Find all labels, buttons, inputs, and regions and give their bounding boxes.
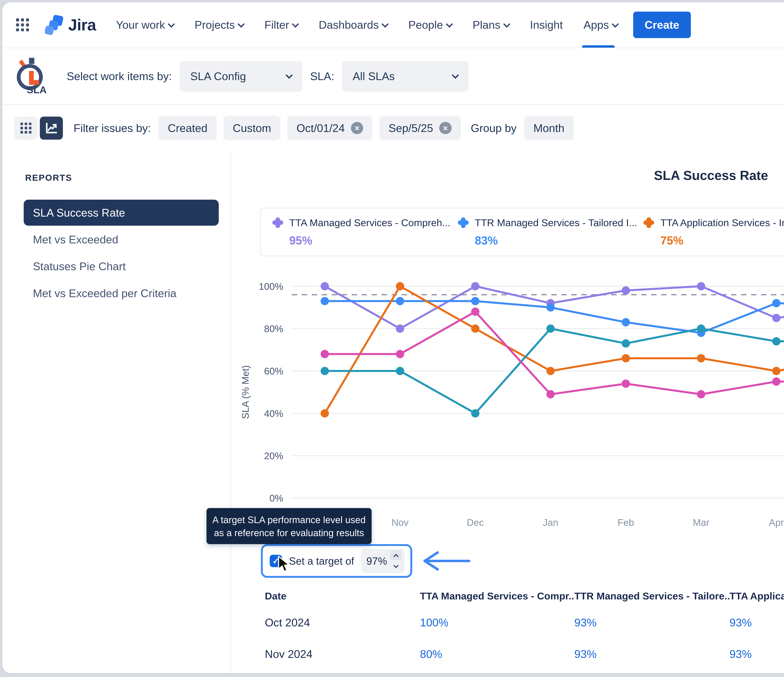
legend-marker-icon xyxy=(458,217,469,228)
spinner-down-button[interactable] xyxy=(390,562,401,572)
nav-item-plans[interactable]: Plans xyxy=(473,2,509,48)
nav-item-label: Plans xyxy=(473,19,501,31)
sidebar-item-met-vs-exceeded[interactable]: Met vs Exceeded xyxy=(24,227,219,253)
nav-item-insight[interactable]: Insight xyxy=(530,2,563,48)
filter-chip-oct-01-24[interactable]: Oct/01/24× xyxy=(287,116,372,140)
svg-text:40%: 40% xyxy=(264,408,283,419)
table-value-cell[interactable]: 93% xyxy=(730,648,784,660)
legend-item-1[interactable]: TTR Managed Services - Tailored I...83% xyxy=(458,217,642,247)
chip-label: Oct/01/24 xyxy=(297,122,345,135)
nav-item-projects[interactable]: Projects xyxy=(194,2,244,48)
svg-text:Apr: Apr xyxy=(769,517,784,528)
tooltip-line-2: as a reference for evaluating results xyxy=(207,526,372,539)
nav-item-label: Filter xyxy=(264,19,289,31)
nav-item-label: People xyxy=(408,19,443,31)
table-value-cell[interactable]: 93% xyxy=(574,616,730,629)
legend-entry: TTR Managed Services - Tailored I... xyxy=(458,217,642,228)
sla-success-rate-chart: SLA (% Met)0%20%40%60%80%100%97%OctNovDe… xyxy=(236,275,784,534)
chip-label: Sep/5/25 xyxy=(389,122,433,135)
chip-remove-icon[interactable]: × xyxy=(351,122,363,134)
top-navigation: Jira Your workProjectsFilterDashboardsPe… xyxy=(2,2,784,48)
chevron-down-icon xyxy=(286,71,293,79)
table-row: Oct 2024100%93%93%40%60% xyxy=(265,616,784,629)
svg-text:80%: 80% xyxy=(264,323,283,334)
sidebar-item-sla-success-rate[interactable]: SLA Success Rate xyxy=(24,200,219,226)
filter-chip-sep-5-25[interactable]: Sep/5/25× xyxy=(379,116,461,140)
legend-label: TTA Application Services - Innova... xyxy=(660,217,784,228)
table-header-cell: TTA Application Services - Inno... xyxy=(730,590,784,602)
sla-label: SLA: xyxy=(310,70,334,82)
line-chart-icon xyxy=(45,121,58,135)
svg-text:Feb: Feb xyxy=(618,517,634,528)
nav-item-label: Apps xyxy=(583,19,609,31)
table-value-cell[interactable]: 100% xyxy=(420,616,574,629)
nav-item-your-work[interactable]: Your work xyxy=(116,2,174,48)
jira-wordmark: Jira xyxy=(68,16,96,34)
chevron-down-icon xyxy=(292,20,299,28)
nav-item-dashboards[interactable]: Dashboards xyxy=(319,2,387,48)
filter-bar: Filter issues by: CreatedCustomOct/01/24… xyxy=(2,105,784,151)
legend-label: TTA Managed Services - Compreh... xyxy=(289,217,451,228)
nav-item-filter[interactable]: Filter xyxy=(264,2,298,48)
set-target-label: Set a target of xyxy=(289,555,354,567)
chevron-down-icon xyxy=(238,20,245,28)
nav-item-people[interactable]: People xyxy=(408,2,452,48)
jira-logo-icon xyxy=(44,15,64,35)
table-date-cell: Oct 2024 xyxy=(265,616,420,629)
table-value-cell[interactable]: 93% xyxy=(730,616,784,629)
table-value-cell[interactable]: 80% xyxy=(420,648,574,660)
nav-item-label: Insight xyxy=(530,19,563,31)
svg-text:20%: 20% xyxy=(264,450,283,461)
legend-label: TTR Managed Services - Tailored I... xyxy=(475,217,637,228)
chevron-down-icon xyxy=(612,20,619,28)
grid-view-toggle[interactable] xyxy=(14,116,37,140)
legend-item-0[interactable]: TTA Managed Services - Compreh...95% xyxy=(272,217,457,247)
reports-heading: REPORTS xyxy=(25,172,230,183)
grid-icon xyxy=(20,123,31,134)
legend-entry: TTA Application Services - Innova... xyxy=(644,217,784,228)
table-date-cell: Nov 2024 xyxy=(265,648,420,660)
select-work-items-label: Select work items by: xyxy=(67,70,172,82)
table-header-cell: TTA Managed Services - Compr... xyxy=(420,590,574,602)
nav-item-label: Projects xyxy=(194,19,235,31)
target-value-spinner[interactable]: 97% xyxy=(361,549,405,573)
chip-label: Custom xyxy=(233,122,271,135)
legend-avg-value: 75% xyxy=(660,234,784,247)
nav-item-apps[interactable]: Apps xyxy=(583,2,618,48)
filter-chip-created[interactable]: Created xyxy=(159,116,217,140)
legend-marker-icon xyxy=(272,217,283,228)
group-by-value-chip[interactable]: Month xyxy=(524,116,574,140)
svg-text:100%: 100% xyxy=(259,281,283,292)
table-value-cell[interactable]: 93% xyxy=(574,648,730,660)
legend-avg-value: 95% xyxy=(289,234,457,247)
svg-text:Nov: Nov xyxy=(391,517,409,528)
svg-text:Jan: Jan xyxy=(543,517,558,528)
target-tooltip: A target SLA performance level used as a… xyxy=(207,508,372,544)
chart-legend: TTA Managed Services - Compreh...95%TTR … xyxy=(260,208,784,256)
legend-item-2[interactable]: TTA Application Services - Innova...75% xyxy=(644,217,784,247)
sidebar-item-met-vs-exceeded-per-criteria[interactable]: Met vs Exceeded per Criteria xyxy=(24,280,219,306)
table-row: Nov 202480%93%93%100%60% xyxy=(265,648,784,660)
work-items-dropdown[interactable]: SLA Config xyxy=(179,61,302,92)
chevron-down-icon xyxy=(503,20,510,28)
create-button[interactable]: Create xyxy=(633,12,691,38)
svg-text:Dec: Dec xyxy=(467,517,484,528)
chip-remove-icon[interactable]: × xyxy=(439,122,451,134)
table-header-cell: TTR Managed Services - Tailore... xyxy=(574,590,730,602)
spinner-up-button[interactable] xyxy=(390,550,401,560)
svg-text:60%: 60% xyxy=(264,366,283,376)
sla-logo-text: SLA xyxy=(27,84,47,95)
nav-item-label: Dashboards xyxy=(319,19,379,31)
sla-dropdown[interactable]: All SLAs xyxy=(342,61,469,92)
target-value: 97% xyxy=(366,555,387,567)
jira-logo[interactable]: Jira xyxy=(44,15,96,35)
app-switcher-icon[interactable] xyxy=(16,18,29,31)
filter-issues-label: Filter issues by: xyxy=(73,122,151,135)
legend-avg-value: 83% xyxy=(475,234,642,247)
filter-chip-custom[interactable]: Custom xyxy=(224,116,280,140)
sla-app-logo: SLA xyxy=(14,57,51,95)
chart-view-toggle[interactable] xyxy=(40,116,63,140)
sidebar-item-statuses-pie-chart[interactable]: Statuses Pie Chart xyxy=(24,253,219,279)
sla-toolbar: SLA Select work items by: SLA Config SLA… xyxy=(2,48,784,105)
mouse-cursor xyxy=(277,556,292,573)
